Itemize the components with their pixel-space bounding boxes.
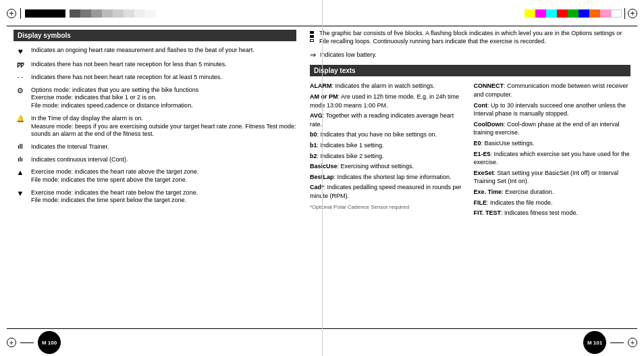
- gray-bar-3: [91, 9, 102, 18]
- top-left-registration: [7, 8, 156, 19]
- interval-text: Indicates the Interval Trainer.: [31, 143, 109, 151]
- battery-text: Indicates low battery.: [320, 51, 377, 59]
- term-am-pm: AM or PM: Are used in 12h time mode. E.g…: [310, 93, 467, 109]
- term-e0: E0: BasicUse settings.: [473, 139, 630, 148]
- term-cad: Cad*: Indicates pedalling speed measured…: [310, 183, 467, 200]
- color-yellow: [525, 9, 535, 18]
- bar-block-3: [310, 39, 314, 42]
- symbol-row-hr-nodash: - - Indicates there has not been heart r…: [14, 74, 296, 82]
- term-connect: CONNECT: Communication mode between wris…: [473, 82, 630, 99]
- display-texts-cols: ALARM: Indicates the alarm in watch sett…: [310, 82, 630, 219]
- top-right-marks: [525, 8, 637, 19]
- color-red: [557, 9, 568, 18]
- hr-nodash-text: Indicates there has not been heart rate …: [31, 74, 222, 82]
- symbol-row-options: ⚙ Options mode: indicates that you are s…: [14, 86, 296, 110]
- reg-mark-right: [628, 9, 637, 18]
- color-green: [568, 9, 579, 18]
- color-strip: [525, 9, 622, 18]
- symbol-row-interval: ıll Indicates the Interval Trainer.: [14, 143, 296, 151]
- gray-bar-6: [124, 9, 134, 18]
- symbol-row-alarm: 🔔 In the Time of day display the alarm i…: [14, 115, 296, 138]
- battery-icon: ⇒: [310, 51, 316, 59]
- bar-block-2: [310, 35, 314, 38]
- color-magenta: [535, 9, 546, 18]
- symbol-row-above: ▲ Exercise mode: indicates the heart rat…: [14, 168, 296, 184]
- term-alarm: ALARM: Indicates the alarm in watch sett…: [310, 82, 467, 91]
- term-b1: b1: Indicates bike 1 setting.: [310, 141, 467, 150]
- heart-text: Indicates an ongoing heart rate measurem…: [31, 47, 254, 55]
- vert-rule-right: [624, 8, 625, 19]
- symbol-row-below: ▼ Exercise mode: indicates the heart rat…: [14, 189, 296, 205]
- center-divider: [322, 0, 323, 356]
- reg-mark-left: [7, 9, 16, 18]
- bottom-reg-mark-left: +: [7, 338, 16, 347]
- bottom-dash-right: [610, 342, 624, 343]
- hr-5min-text: Indicates there has not been heart rate …: [31, 61, 227, 69]
- term-b2: b2: Indicates bike 2 setting.: [310, 152, 467, 161]
- optional-note: *Optional Polar Cadence Sensor required: [310, 203, 467, 211]
- display-col-2: CONNECT: Communication mode between wris…: [473, 82, 630, 219]
- graphic-bar-text: The graphic bar consists of five blocks.…: [319, 30, 630, 45]
- alarm-text: In the Time of day display the alarm is …: [31, 115, 296, 138]
- gray-bar-1: [70, 9, 80, 18]
- color-blue: [579, 9, 589, 18]
- left-panel: Display symbols ♥ Indicates an ongoing h…: [7, 27, 303, 329]
- color-orange: [589, 9, 600, 18]
- display-texts-header: Display texts: [310, 65, 630, 76]
- page-number-left: M 100: [38, 331, 61, 354]
- gray-bar-7: [134, 9, 145, 18]
- display-symbols-header: Display symbols: [14, 30, 296, 41]
- term-file: FILE: Indicates the file mode.: [473, 199, 630, 207]
- term-fit-test: FIT. TEST: Indicates fitness test mode.: [473, 209, 630, 218]
- hr-nodash-icon: - -: [14, 74, 27, 81]
- right-panel: The graphic bar consists of five blocks.…: [303, 27, 637, 329]
- below-icon: ▼: [14, 189, 27, 198]
- term-b0: b0: Indicates that you have no bike sett…: [310, 130, 467, 139]
- display-col-1: ALARM: Indicates the alarm in watch sett…: [310, 82, 467, 219]
- term-basicuse: BasicUse: Exercising without settings.: [310, 162, 467, 171]
- color-white: [611, 9, 622, 18]
- black-bar: [25, 9, 65, 18]
- color-cyan: [546, 9, 557, 18]
- page-number-right: M 101: [583, 331, 606, 354]
- gray-bars: [70, 9, 156, 18]
- hr-5min-icon: ƿƿ: [14, 61, 27, 68]
- alarm-icon: 🔔: [14, 115, 27, 123]
- vert-rule: [20, 8, 21, 19]
- term-cont: Cont: Up to 30 intervals succeed one ano…: [473, 101, 630, 118]
- bottom-bar: + M 100 M 101 +: [0, 329, 644, 356]
- above-icon: ▲: [14, 168, 27, 177]
- below-text: Exercise mode: indicates the heart rate …: [31, 189, 198, 205]
- symbol-row-hr-5min: ƿƿ Indicates there has not been heart ra…: [14, 61, 296, 69]
- bottom-dash-left: [20, 342, 34, 343]
- gray-bar-4: [102, 9, 113, 18]
- term-e1e5: E1-E5: Indicates which exercise set you …: [473, 150, 630, 167]
- term-exe-time: Exe. Time: Exercise duration.: [473, 188, 630, 197]
- bottom-left: + M 100: [7, 331, 61, 354]
- gray-bar-5: [113, 9, 124, 18]
- gray-bar-2: [80, 9, 91, 18]
- term-exeset: ExeSet: Start setting your BasicSet (Int…: [473, 169, 630, 186]
- options-text: Options mode: indicates that you are set…: [31, 86, 198, 110]
- symbol-row-cont-interval: ılı Indicates continuous interval (Cont)…: [14, 156, 296, 164]
- interval-icon: ıll: [14, 143, 27, 151]
- battery-row: ⇒ Indicates low battery.: [310, 51, 630, 59]
- bottom-right: M 101 +: [583, 331, 637, 354]
- heart-icon: ♥: [14, 47, 27, 56]
- bar-block-1: [310, 31, 314, 34]
- graphic-bar-visual: [310, 31, 315, 42]
- cont-interval-text: Indicates continuous interval (Cont).: [31, 156, 128, 164]
- above-text: Exercise mode: indicates the heart rate …: [31, 168, 198, 184]
- cont-interval-icon: ılı: [14, 156, 27, 163]
- symbol-row-heart: ♥ Indicates an ongoing heart rate measur…: [14, 47, 296, 56]
- color-pink: [600, 9, 611, 18]
- term-avg: AVG: Together with a reading indicates a…: [310, 111, 467, 128]
- options-icon: ⚙: [14, 86, 27, 95]
- spacer: [310, 59, 630, 65]
- gray-bar-8: [145, 9, 156, 18]
- term-bestlap: BestLap: Indicates the shortest lap time…: [310, 173, 467, 182]
- term-cooldown: CoolDown: Cool-down phase at the end of …: [473, 120, 630, 137]
- graphic-bar-section: The graphic bar consists of five blocks.…: [310, 30, 630, 45]
- bottom-reg-mark-right: +: [628, 338, 637, 347]
